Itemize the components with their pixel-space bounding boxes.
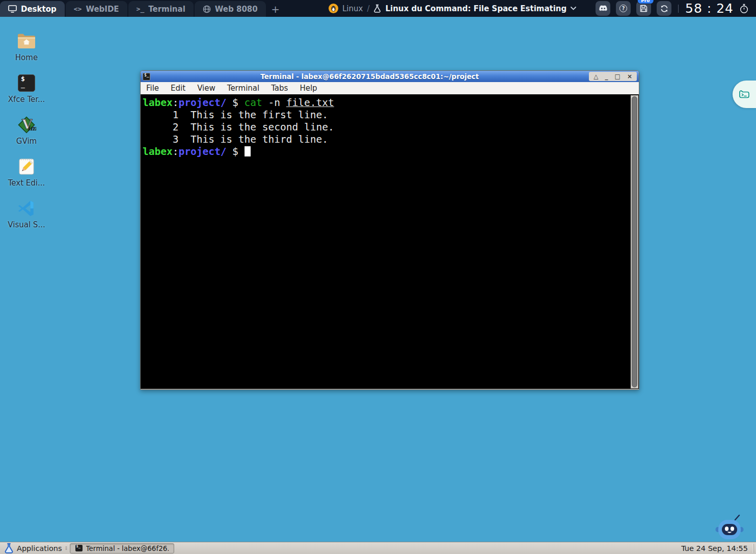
vscode-icon <box>17 199 36 218</box>
desktop-icon-home[interactable]: Home <box>5 32 48 65</box>
panel-edge-grip <box>753 544 754 553</box>
close-button[interactable]: × <box>627 72 632 81</box>
shade-button[interactable]: △ <box>593 72 598 81</box>
sync-button[interactable] <box>657 1 671 16</box>
scrollbar-thumb[interactable] <box>632 96 637 387</box>
window-controls: △ _ □ × <box>589 72 637 81</box>
tab-terminal[interactable]: >_ Terminal <box>128 1 194 17</box>
desktop-icon-label: GVim <box>16 137 37 146</box>
robot-icon <box>715 513 744 542</box>
menu-view[interactable]: View <box>197 84 215 93</box>
code-icon: <> <box>74 5 82 13</box>
terminal-cursor <box>245 146 251 156</box>
save-button[interactable]: Pro <box>636 1 651 16</box>
desktop-icon-vscode[interactable]: Visual S... <box>5 199 48 232</box>
globe-icon <box>203 5 211 13</box>
breadcrumb: Linux / Linux du Command: File Space Est… <box>329 0 576 17</box>
home-folder-icon <box>17 32 36 51</box>
question-icon: ? <box>619 5 627 12</box>
terminal-icon: $_ <box>75 545 83 551</box>
tab-label: Web 8080 <box>215 5 258 14</box>
terminal-output-line: 3 This is the third line. <box>143 134 628 146</box>
menu-tabs[interactable]: Tabs <box>271 84 288 93</box>
minimize-button[interactable]: _ <box>605 72 608 81</box>
applications-menu-button[interactable]: Applications <box>2 542 64 554</box>
terminal-screen[interactable]: labex:project/ $ cat -n file.txt 1 This … <box>141 94 639 389</box>
topbar: Desktop <> WebIDE >_ Terminal Web 8080 +… <box>0 0 756 17</box>
prompt-colon: : <box>173 146 179 157</box>
tab-webide[interactable]: <> WebIDE <box>66 1 127 17</box>
prompt-path: project/ <box>178 97 226 109</box>
terminal-prompt-line: labex:project/ $ <box>143 146 628 158</box>
desktop-icon-text-editor[interactable]: Text Edi... <box>5 157 48 190</box>
desktop-icon-label: Home <box>15 53 38 62</box>
panel-grip: ⁞⁞ <box>65 545 67 551</box>
tab-label: Terminal <box>148 5 185 14</box>
terminal-drawer-icon <box>739 90 750 99</box>
prompt-user: labex <box>143 146 173 157</box>
window-menubar: File Edit View Terminal Tabs Help <box>141 82 639 94</box>
taskbar-window-button[interactable]: $_ Terminal - labex@66f26... <box>70 543 174 553</box>
refresh-icon <box>660 5 668 13</box>
tab-label: WebIDE <box>86 5 119 14</box>
desktop-icon-xfce-terminal[interactable]: $_ Xfce Ter... <box>5 73 48 107</box>
tab-web-8080[interactable]: Web 8080 <box>195 1 266 17</box>
stopwatch-icon <box>739 4 749 14</box>
terminal-prompt-icon: >_ <box>137 5 145 13</box>
topbar-actions: ? Pro 58 : 24 <box>596 0 749 17</box>
session-timer: 58 : 24 <box>685 1 734 16</box>
floppy-icon <box>640 5 647 12</box>
discord-button[interactable] <box>596 1 610 16</box>
terminal-window-icon: $_ <box>143 73 150 81</box>
terminal-output-line: 1 This is the first line. <box>143 109 628 121</box>
desktop-icon-gvim[interactable]: Vim GVim <box>5 115 48 148</box>
maximize-button[interactable]: □ <box>615 72 620 81</box>
window-title: Terminal - labex@66f2620715bdad5365cc8c0… <box>153 72 586 81</box>
chevron-down-icon[interactable] <box>571 7 576 10</box>
discord-icon <box>599 5 608 12</box>
prompt-colon: : <box>173 97 179 109</box>
menu-file[interactable]: File <box>146 84 159 93</box>
task-button-label: Terminal - labex@66f26... <box>86 544 169 552</box>
prompt-dollar: $ <box>226 146 244 157</box>
terminal-output-line: 2 This is the second line. <box>143 121 628 134</box>
desktop-icon-label: Visual S... <box>8 220 45 229</box>
breadcrumb-lesson-title[interactable]: Linux du Command: File Space Estimating <box>385 4 566 13</box>
gvim-icon: Vim <box>17 115 36 135</box>
flask-icon <box>373 4 381 13</box>
new-tab-button[interactable]: + <box>267 1 284 17</box>
command-name: cat <box>245 97 262 109</box>
text-editor-icon <box>17 157 36 176</box>
side-panel-handle[interactable] <box>733 81 756 108</box>
taskbar: Applications ⁞⁞ $_ Terminal - labex@66f2… <box>0 542 756 554</box>
desktop-icon-label: Text Edi... <box>8 178 45 188</box>
menu-edit[interactable]: Edit <box>171 84 185 93</box>
terminal-scrollbar[interactable] <box>631 95 638 388</box>
desktop-screen: Desktop <> WebIDE >_ Terminal Web 8080 +… <box>0 0 756 554</box>
command-file-arg: file.txt <box>286 97 334 109</box>
window-titlebar[interactable]: $_ Terminal - labex@66f2620715bdad5365cc… <box>141 71 639 82</box>
breadcrumb-app[interactable]: Linux <box>342 4 363 13</box>
terminal-command-line: labex:project/ $ cat -n file.txt <box>143 97 628 109</box>
xfce-terminal-icon: $_ <box>17 73 36 93</box>
topbar-tabs: Desktop <> WebIDE >_ Terminal Web 8080 + <box>0 0 284 17</box>
monitor-icon <box>8 5 17 13</box>
taskbar-clock[interactable]: Tue 24 Sep, 14:55 <box>681 544 753 552</box>
linux-penguin-icon <box>329 4 338 13</box>
topbar-divider <box>678 5 679 13</box>
tab-desktop[interactable]: Desktop <box>0 1 65 17</box>
prompt-dollar: $ <box>226 97 244 109</box>
menu-terminal[interactable]: Terminal <box>227 84 259 93</box>
menu-help[interactable]: Help <box>300 84 317 93</box>
terminal-window: $_ Terminal - labex@66f2620715bdad5365cc… <box>140 70 639 390</box>
prompt-user: labex <box>143 97 173 109</box>
applications-label: Applications <box>17 544 62 552</box>
pro-badge: Pro <box>637 0 654 4</box>
desktop-icon-label: Xfce Ter... <box>8 95 45 104</box>
command-flag: -n <box>262 97 286 109</box>
prompt-path: project/ <box>178 146 226 157</box>
breadcrumb-separator: / <box>367 4 369 13</box>
help-button[interactable]: ? <box>616 1 631 16</box>
desktop-icon-list: Home $_ Xfce Ter... Vim GVim Text Edi...… <box>5 32 48 232</box>
assistant-robot[interactable] <box>715 513 744 542</box>
